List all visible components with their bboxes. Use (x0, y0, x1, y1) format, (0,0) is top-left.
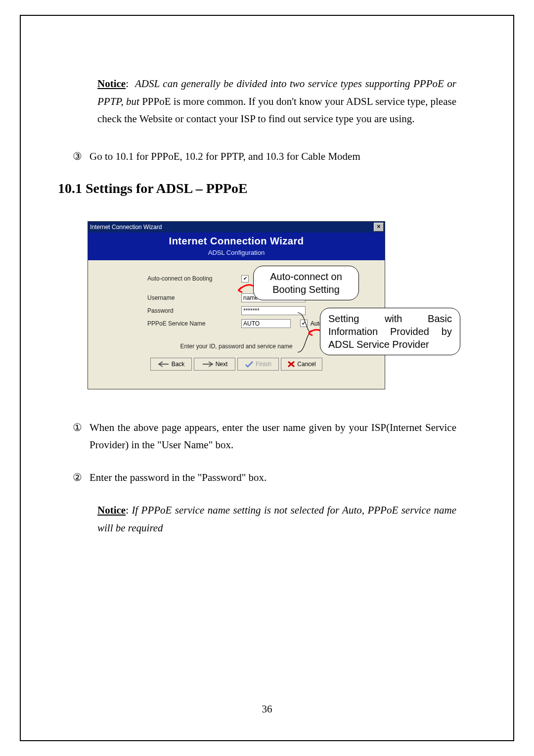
step-3-text: Go to 10.1 for PPPoE, 10.2 for PPTP, and… (89, 148, 456, 166)
next-button[interactable]: Next (194, 358, 235, 371)
section-heading: 10.1 Settings for ADSL – PPPoE (58, 181, 456, 196)
x-icon (287, 361, 295, 368)
notice-bottom-italic: If PPPoE service name setting is not sel… (97, 504, 456, 534)
callout-autoconnect: Auto-connect on Booting Setting (253, 266, 359, 300)
step-1-text: When the above page appears, enter the u… (89, 419, 456, 454)
step-2-num: ② (73, 469, 89, 487)
notice-bottom: Notice: If PPPoE service name setting is… (73, 502, 456, 537)
notice-bottom-label: Notice (97, 504, 126, 516)
label-password: Password (98, 307, 241, 314)
back-button[interactable]: Back (150, 358, 192, 371)
input-servicename[interactable] (241, 319, 291, 328)
notice-top: Notice: ADSL can generally be divided in… (73, 75, 456, 128)
step-3: ③ Go to 10.1 for PPPoE, 10.2 for PPTP, a… (73, 148, 456, 166)
finish-button-label: Finish (256, 361, 271, 368)
arrow-left-icon (158, 361, 170, 368)
finish-button[interactable]: Finish (237, 358, 279, 371)
back-button-label: Back (172, 361, 185, 368)
step-2: ② Enter the password in the "Password" b… (73, 469, 456, 487)
arrow-right-icon (202, 361, 214, 368)
label-servicename: PPPoE Service Name (98, 320, 241, 327)
label-username: Username (98, 294, 241, 301)
wizard-banner: Internet Connection Wizard ADSL Configur… (88, 233, 385, 260)
label-autoconnect: Auto-connect on Booting (98, 275, 241, 282)
check-icon (245, 361, 254, 368)
close-icon[interactable]: × (374, 223, 384, 232)
wizard-banner-sub: ADSL Configuration (88, 249, 385, 256)
cancel-button[interactable]: Cancel (281, 358, 322, 371)
callout-basicinfo: Setting with Basic Information Provided … (320, 308, 460, 355)
wizard-buttonbar: Back Next Finish Cancel (98, 358, 375, 376)
next-button-label: Next (216, 361, 228, 368)
notice-top-label: Notice (97, 78, 126, 90)
wizard-titlebar: Internet Connection Wizard × (88, 222, 385, 233)
step-3-num: ③ (73, 148, 89, 166)
wizard-title: Internet Connection Wizard (90, 224, 374, 231)
page-number: 36 (21, 703, 513, 715)
step-1-num: ① (73, 419, 89, 437)
step-2-text: Enter the password in the "Password" box… (89, 469, 456, 487)
cancel-button-label: Cancel (297, 361, 315, 368)
wizard-banner-title: Internet Connection Wizard (88, 236, 385, 247)
step-1: ① When the above page appears, enter the… (73, 419, 456, 454)
notice-top-rest: PPPoE is more common. If you don't know … (97, 95, 456, 125)
